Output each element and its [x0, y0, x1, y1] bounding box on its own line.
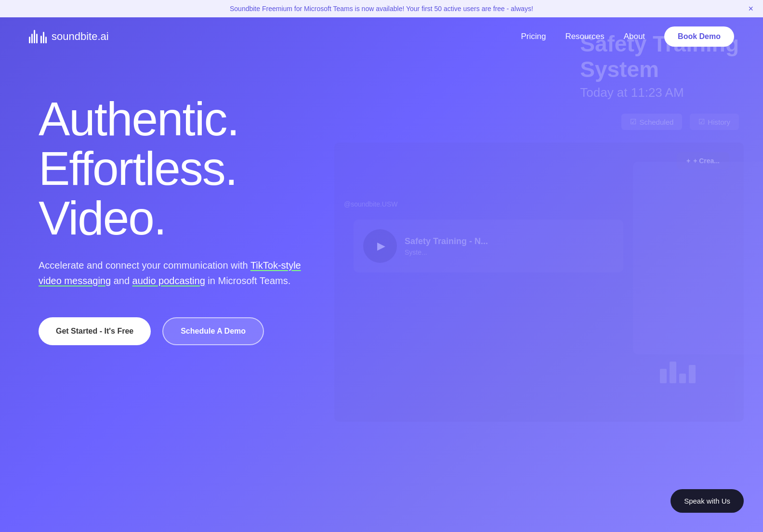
- headline-line3: Video.: [39, 192, 166, 245]
- mock-tab-scheduled: ☑ Scheduled: [621, 114, 682, 130]
- mock-create-button: + + Crea...: [677, 152, 729, 169]
- get-started-button[interactable]: Get Started - It's Free: [39, 317, 151, 345]
- book-demo-button[interactable]: Book Demo: [664, 26, 734, 47]
- mock-title-line2: System: [580, 56, 739, 82]
- nav-links: Pricing Resources About Book Demo: [521, 26, 734, 47]
- logo-icon: [29, 30, 47, 43]
- audio-link[interactable]: audio podcasting: [132, 275, 205, 286]
- mock-card-title: Safety Training - N...: [405, 236, 488, 247]
- logo[interactable]: soundbite.ai: [29, 30, 109, 43]
- mock-right-panel: [633, 162, 763, 354]
- description-suffix: in Microsoft Teams.: [205, 275, 290, 286]
- logo-text: soundbite.ai: [52, 30, 109, 43]
- announcement-bar: Soundbite Freemium for Microsoft Teams i…: [0, 0, 763, 17]
- description-mid: and: [111, 275, 132, 286]
- speak-with-us-button[interactable]: Speak with Us: [671, 489, 744, 513]
- description-prefix: Accelerate and connect your communicatio…: [39, 260, 250, 271]
- mock-subtitle: Today at 11:23 AM: [580, 85, 739, 100]
- hero-headline: Authentic. Effortless. Video.: [39, 94, 337, 243]
- nav-link-pricing[interactable]: Pricing: [521, 32, 546, 41]
- announcement-text: Soundbite Freemium for Microsoft Teams i…: [230, 5, 533, 13]
- hero-content: Authentic. Effortless. Video. Accelerate…: [0, 56, 337, 345]
- mock-tab-history: ☑ History: [690, 114, 739, 130]
- mock-tabs: ☑ Scheduled ☑ History: [621, 114, 739, 130]
- mock-stat-bars: [660, 359, 696, 383]
- headline-line2: Effortless.: [39, 142, 237, 195]
- hero-description: Accelerate and connect your communicatio…: [39, 258, 308, 288]
- announcement-close-button[interactable]: ×: [748, 4, 753, 13]
- hero-section: Safety Training System Today at 11:23 AM…: [0, 17, 763, 532]
- mock-card-info: Safety Training - N... Syste...: [405, 236, 488, 256]
- nav-link-about[interactable]: About: [624, 32, 645, 41]
- headline-line1: Authentic.: [39, 92, 239, 145]
- nav-link-resources[interactable]: Resources: [565, 32, 604, 41]
- mock-email: @soundbite.USW: [344, 200, 397, 208]
- mock-content-area: + + Crea... @soundbite.USW ▶ Safety Trai…: [334, 143, 744, 422]
- mock-card-subtitle: Syste...: [405, 248, 488, 256]
- mock-video-card: ▶ Safety Training - N... Syste...: [354, 220, 623, 272]
- hero-buttons: Get Started - It's Free Schedule A Demo: [39, 317, 337, 345]
- navbar: soundbite.ai Pricing Resources About Boo…: [0, 17, 763, 56]
- mock-play-button: ▶: [363, 229, 397, 263]
- schedule-demo-button[interactable]: Schedule A Demo: [162, 317, 264, 345]
